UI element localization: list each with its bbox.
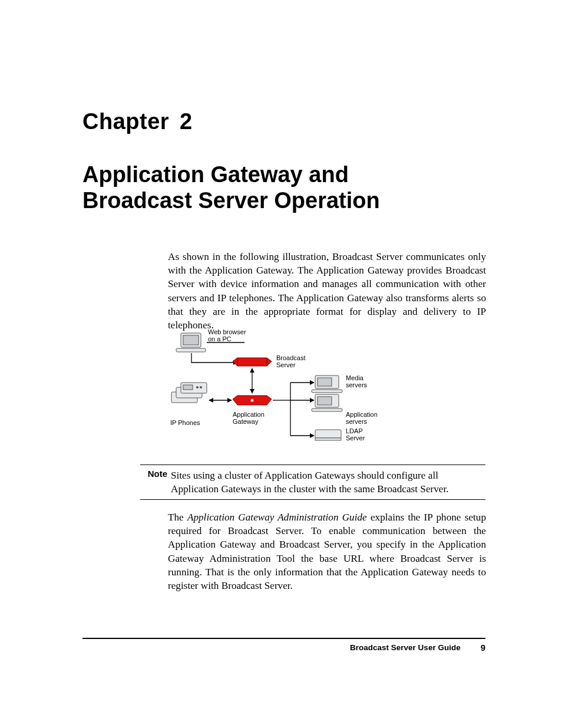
- svg-point-12: [196, 386, 199, 388]
- note-label: Note: [140, 469, 171, 496]
- title-line-2: Broadcast Server Operation: [82, 188, 380, 213]
- ldap-label-1: LDAP: [346, 427, 363, 434]
- broadcast-server-label-1: Broadcast: [276, 354, 306, 361]
- media-servers-icon: [312, 375, 342, 393]
- broadcast-server-label-2: Server: [276, 361, 296, 368]
- svg-rect-24: [315, 438, 341, 440]
- svg-rect-19: [312, 390, 342, 393]
- followup-paragraph: The Application Gateway Administration G…: [168, 510, 486, 592]
- svg-rect-22: [312, 409, 342, 411]
- svg-point-13: [200, 386, 202, 388]
- chapter-heading: Chapter2: [82, 109, 193, 134]
- application-gateway-icon: [233, 396, 272, 405]
- note-block: Note Sites using a cluster of Applicatio…: [140, 465, 485, 500]
- chapter-label: Chapter: [82, 109, 169, 134]
- svg-rect-21: [318, 397, 332, 405]
- pc-icon: [176, 333, 206, 352]
- app-gateway-label-2: Gateway: [233, 418, 259, 425]
- page-title: Application Gateway and Broadcast Server…: [82, 162, 483, 213]
- intro-paragraph: As shown in the following illustration, …: [168, 250, 486, 332]
- note-rule-top: [140, 465, 485, 465]
- ip-phones-icon: [171, 383, 207, 403]
- note-text: Sites using a cluster of Application Gat…: [171, 469, 485, 496]
- svg-point-16: [251, 399, 254, 402]
- ip-phones-label: IP Phones: [170, 419, 200, 426]
- app-servers-label-2: servers: [346, 418, 368, 425]
- pc-label-2: on a PC: [208, 335, 232, 342]
- ldap-label-2: Server: [346, 434, 365, 442]
- footer-doc-title: Broadcast Server User Guide: [350, 643, 461, 652]
- document-page: Chapter2 Application Gateway and Broadca…: [0, 0, 562, 728]
- app-gateway-label-1: Application: [233, 411, 265, 418]
- architecture-figure: Web browser on a PC Broadcast Server: [168, 328, 415, 458]
- svg-rect-23: [315, 430, 341, 438]
- title-line-1: Application Gateway and: [82, 162, 349, 187]
- svg-rect-18: [318, 378, 332, 386]
- para2-pre: The: [168, 512, 187, 523]
- footer-page-number: 9: [481, 643, 485, 653]
- app-servers-label-1: Application: [346, 411, 378, 418]
- para2-post: explains the IP phone setup required for…: [168, 512, 486, 591]
- pc-label-1: Web browser: [208, 328, 246, 335]
- referenced-guide-title: Application Gateway Administration Guide: [187, 512, 367, 523]
- ldap-server-icon: [315, 430, 341, 440]
- svg-rect-2: [176, 348, 206, 352]
- media-servers-label-2: servers: [346, 381, 368, 388]
- broadcast-server-icon: [233, 358, 272, 366]
- application-servers-icon: [312, 394, 342, 411]
- page-footer: Broadcast Server User Guide 9: [82, 638, 485, 657]
- note-rule-bottom: [140, 499, 485, 500]
- svg-marker-4: [233, 358, 272, 366]
- media-servers-label-1: Media: [346, 374, 364, 381]
- svg-rect-11: [183, 385, 193, 390]
- architecture-diagram-svg: Web browser on a PC Broadcast Server: [168, 328, 415, 458]
- svg-rect-1: [183, 335, 199, 345]
- chapter-number: 2: [180, 109, 193, 134]
